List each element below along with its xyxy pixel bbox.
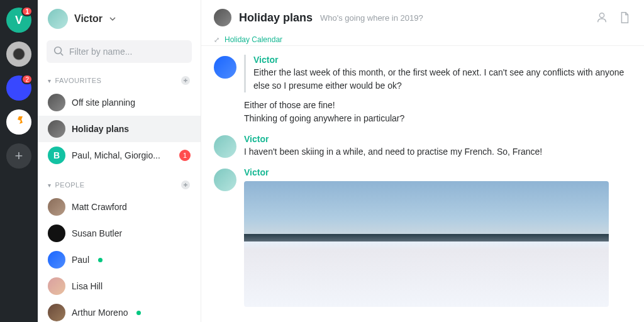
workspace-item[interactable] [6,42,31,67]
unread-badge: 1 [179,150,191,161]
filter-input-wrap [47,40,192,63]
sidebar-item-person[interactable]: Lisa Hill [38,273,201,299]
search-icon [53,45,64,57]
person-avatar [48,277,65,295]
main-panel: Holiday plans Who's going where in 2019?… [201,0,644,322]
sidebar-item-label: Arthur Moreno [72,308,128,318]
sidebar-item-label: Paul [72,255,89,265]
message-avatar[interactable] [214,169,236,191]
message-text: Thinking of going anywhere in particular… [244,112,631,125]
filter-input[interactable] [47,40,192,63]
message-text: I haven't been skiing in a while, and ne… [244,145,631,158]
person-avatar [48,225,65,242]
svg-point-4 [599,13,604,18]
svg-line-1 [61,53,64,56]
widget-label: Holiday Calendar [225,35,282,44]
sidebar-item-label: Matt Crawford [72,202,127,212]
message: Victor I haven't been skiing in a while,… [214,134,631,158]
message-avatar[interactable] [214,135,236,158]
online-indicator [136,311,141,315]
message: Victor [214,167,631,307]
conversation-header: Holiday plans Who's going where in 2019? [201,0,644,33]
room-avatar [214,9,231,26]
sidebar-item-label: Off site planning [72,97,135,108]
section-favourites-header[interactable]: ▾ FAVOURITES [38,70,201,89]
message-avatar[interactable] [214,56,236,79]
message-list: Victor Either the last week of this mont… [201,46,644,322]
header-actions [595,11,631,25]
app-logo-icon [11,114,26,130]
user-name: Victor [74,13,103,25]
workspace-rail: V 1 2 + [0,0,38,322]
expand-icon[interactable]: ⤢ [214,36,219,44]
svg-point-0 [55,47,62,54]
workspace-item-active[interactable]: V 1 [6,8,31,33]
room-avatar: B [48,147,65,164]
sidebar-item-label: Holiday plans [72,124,129,134]
message-author: Victor [244,134,631,144]
chevron-down-icon [109,15,116,23]
sidebar-item-person[interactable]: Arthur Moreno [38,299,201,322]
user-avatar [48,9,68,29]
user-menu[interactable]: Victor [38,0,201,38]
quote-text: Either the last week of this month, or t… [253,66,631,92]
workspace-letter: V [15,14,23,27]
workspace-item[interactable]: 2 [6,75,31,101]
sidebar-item-group-chat[interactable]: B Paul, Michal, Giorgio... 1 [38,142,201,169]
person-avatar [48,198,65,216]
sidebar-item-label: Lisa Hill [72,281,103,291]
image-attachment[interactable] [244,181,609,307]
message: Victor Either the last week of this mont… [214,55,631,125]
chevron-down-icon: ▾ [48,77,52,84]
workspace-badge: 1 [21,6,33,16]
chevron-down-icon: ▾ [48,182,52,189]
message-author: Victor [244,167,631,177]
files-icon[interactable] [618,11,631,25]
add-favourite-button[interactable] [180,75,191,86]
room-avatar [48,120,65,138]
sidebar-item-label: Paul, Michal, Giorgio... [72,150,160,160]
sidebar: Victor ▾ FAVOURITES Off site planning Ho… [38,0,201,322]
workspace-badge: 2 [21,74,33,84]
sidebar-item-holiday-plans[interactable]: Holiday plans [38,116,201,142]
section-people-header[interactable]: ▾ PEOPLE [38,175,201,194]
room-avatar [48,94,65,111]
sidebar-item-person[interactable]: Matt Crawford [38,194,201,220]
section-title: PEOPLE [55,181,85,189]
online-indicator [98,258,103,262]
sidebar-item-offsite[interactable]: Off site planning [38,89,201,116]
quoted-message: Victor Either the last week of this mont… [244,55,631,92]
room-topic: Who's going where in 2019? [320,13,423,23]
add-workspace-button[interactable]: + [6,143,31,169]
sidebar-item-person[interactable]: Susan Butler [38,220,201,247]
room-title: Holiday plans [239,11,313,25]
widget-bar[interactable]: ⤢ Holiday Calendar [201,33,644,46]
workspace-item[interactable] [6,109,31,135]
add-person-button[interactable] [180,180,191,190]
message-text: Either of those are fine! [244,99,631,112]
section-title: FAVOURITES [55,77,102,84]
sidebar-item-person[interactable]: Paul [38,247,201,273]
room-letter: B [53,150,60,160]
person-avatar [48,304,65,321]
person-avatar [48,251,65,269]
quote-author: Victor [253,55,631,65]
members-icon[interactable] [595,11,609,25]
sidebar-item-label: Susan Butler [72,228,122,238]
